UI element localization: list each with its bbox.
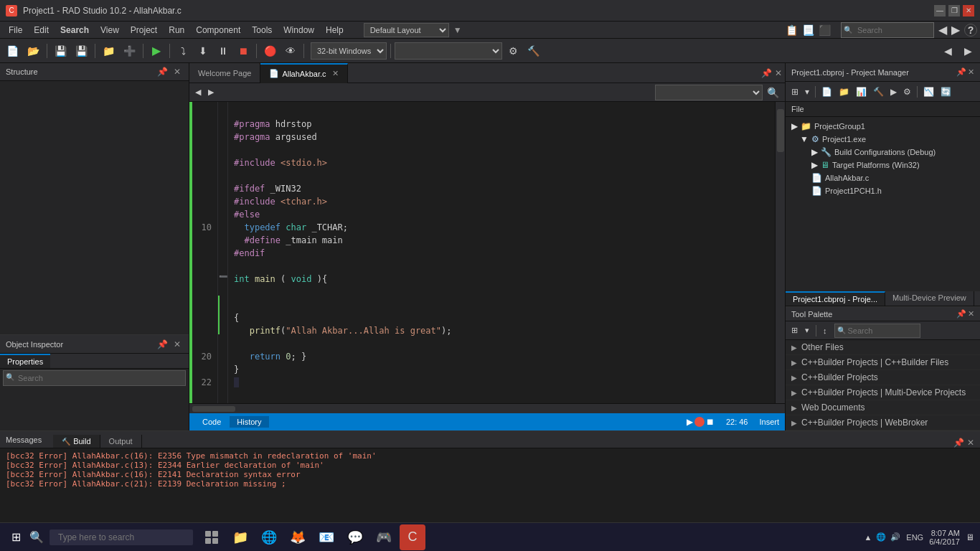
menu-tools[interactable]: Tools — [246, 24, 278, 37]
proj-tb-btn1[interactable]: ⊞ — [788, 85, 801, 98]
platform-selector[interactable]: 32-bit Windows 64-bit Windows — [311, 42, 387, 60]
menu-search[interactable]: Search — [55, 24, 95, 37]
add-file-button[interactable]: ➕ — [120, 42, 139, 60]
code-content[interactable]: #pragma hdrstop #pragma argsused #includ… — [228, 102, 775, 403]
tool-pin[interactable]: 📌 — [956, 309, 966, 319]
tree-allahakbar[interactable]: 📄 AllahAkbar.c — [788, 171, 977, 184]
editor-nav-fwd[interactable]: ▶ — [205, 86, 217, 98]
play-stop[interactable]: ⏹ — [706, 417, 715, 427]
menu-view[interactable]: View — [95, 24, 125, 37]
record-btn[interactable] — [694, 417, 705, 427]
tool-item-webbroker[interactable]: ▶ C++Builder Projects | WebBroker — [786, 415, 980, 430]
proj-tb-remove[interactable]: 📊 — [853, 85, 870, 98]
taskbar-app-chrome[interactable]: 🦊 — [285, 524, 311, 550]
obj-inspector-pin[interactable]: 📌 — [155, 339, 170, 350]
layout-selector[interactable]: Default Layout Debug Layout Classic Undo… — [364, 23, 449, 37]
taskbar-search[interactable] — [50, 529, 193, 545]
output-tab[interactable]: Output — [100, 435, 142, 448]
breakpoints-btn[interactable]: 🔴 — [260, 42, 280, 60]
proj-tb-add[interactable]: 📁 — [836, 85, 852, 98]
taskbar-app-skype[interactable]: 💬 — [342, 524, 368, 550]
editor-config-select[interactable] — [655, 85, 763, 100]
editor-hscroll[interactable] — [189, 403, 785, 413]
close-editor-btn[interactable]: ✕ — [775, 68, 782, 78]
structure-pin[interactable]: 📌 — [155, 66, 170, 77]
tool-tb-btn1[interactable]: ⊞ — [788, 324, 801, 336]
menu-component[interactable]: Component — [190, 24, 246, 37]
messages-pin[interactable]: 📌 — [953, 438, 964, 448]
proj-tb-build[interactable]: 🔨 — [870, 85, 887, 98]
structure-close[interactable]: ✕ — [171, 66, 183, 77]
menu-file[interactable]: File — [3, 24, 28, 37]
build-tab[interactable]: 🔨 Build — [53, 435, 100, 448]
history-tab[interactable]: History — [230, 416, 268, 428]
open-button[interactable]: 📂 — [24, 42, 43, 60]
minimize-button[interactable]: — — [934, 5, 946, 17]
tool-close[interactable]: ✕ — [968, 309, 974, 319]
tool-item-webdocs[interactable]: ▶ Web Documents — [786, 400, 980, 415]
nav-fwd[interactable]: ▶ — [951, 23, 960, 37]
tab-allahakbar[interactable]: 📄 AllahAkbar.c ✕ — [260, 63, 347, 83]
tray-expand[interactable]: ▲ — [864, 533, 872, 542]
pin-editor-btn[interactable]: 📌 — [761, 68, 772, 78]
tool-item-multidev[interactable]: ▶ C++Builder Projects | Multi-Device Pro… — [786, 385, 980, 400]
tray-sound[interactable]: 🔊 — [890, 532, 900, 542]
back-nav[interactable]: ◀ — [938, 42, 957, 60]
tool-tb-btn2[interactable]: ▾ — [802, 324, 812, 336]
tree-target-platforms[interactable]: ▶ 🖥 Target Platforms (Win32) — [788, 159, 977, 171]
new-button[interactable]: 📄 — [3, 42, 22, 60]
taskbar-app-game[interactable]: 🎮 — [371, 524, 397, 550]
proj-tb-refresh[interactable]: 🔄 — [938, 85, 954, 98]
stop-button[interactable]: ⏹ — [234, 42, 253, 60]
taskbar-app-explorer[interactable]: 📁 — [227, 524, 253, 550]
tree-build-config[interactable]: ▶ 🔧 Build Configurations (Debug) — [788, 146, 977, 159]
build-btn[interactable]: 🔨 — [524, 42, 543, 60]
nav-back[interactable]: ◀ — [938, 23, 947, 37]
proj-tb-new[interactable]: 📄 — [819, 85, 835, 98]
pause-button[interactable]: ⏸ — [214, 42, 232, 60]
tab-close-btn[interactable]: ✕ — [332, 69, 339, 78]
watches-btn[interactable]: 👁 — [281, 42, 300, 60]
taskbar-app-taskview[interactable] — [199, 524, 225, 550]
tool-item-cpp-builder-files[interactable]: ▶ C++Builder Projects | C++Builder Files — [786, 355, 980, 370]
step-into[interactable]: ⬇ — [194, 42, 212, 60]
menu-window[interactable]: Window — [278, 24, 320, 37]
proj-manager-close[interactable]: ✕ — [968, 67, 974, 77]
hscroll-thumb[interactable] — [192, 406, 235, 412]
editor-nav-back[interactable]: ◀ — [192, 86, 204, 98]
taskbar-app-radstudio[interactable]: C — [400, 524, 425, 550]
editor-search-btn[interactable]: 🔍 — [764, 85, 782, 100]
close-button[interactable]: ✕ — [963, 5, 974, 17]
tree-pch1[interactable]: 📄 Project1PCH1.h — [788, 184, 977, 197]
editor-vscroll[interactable] — [775, 102, 785, 403]
tray-network[interactable]: 🌐 — [876, 532, 886, 542]
tool-item-otherfiles[interactable]: ▶ Other Files — [786, 340, 980, 355]
proj-manager-pin[interactable]: 📌 — [956, 67, 966, 77]
taskbar-app-outlook[interactable]: 📧 — [314, 524, 339, 550]
run-button[interactable]: ▶ — [147, 42, 166, 60]
menu-edit[interactable]: Edit — [28, 24, 55, 37]
tree-project-group[interactable]: ▶ 📁 ProjectGroup1 — [788, 120, 977, 133]
tree-project-exe[interactable]: ▼ ⚙ Project1.exe — [788, 133, 977, 146]
menu-project[interactable]: Project — [125, 24, 163, 37]
show-desktop-btn[interactable]: 🖥 — [966, 532, 974, 542]
fwd-nav[interactable]: ▶ — [958, 42, 977, 60]
code-tab[interactable]: Code — [195, 416, 228, 428]
proj-tab-multidev[interactable]: Multi-Device Preview — [885, 291, 974, 306]
top-search-input[interactable] — [841, 22, 934, 38]
menu-help[interactable]: Help — [320, 24, 349, 37]
help-icon[interactable]: ? — [964, 24, 977, 37]
obj-inspector-close[interactable]: ✕ — [171, 339, 183, 350]
properties-tab[interactable]: Properties — [0, 354, 50, 368]
proj-tb-collapse[interactable]: 📉 — [920, 85, 937, 98]
cortana-button[interactable]: 🔍 — [27, 527, 47, 547]
tool-search-input[interactable] — [834, 324, 920, 338]
tab-welcome[interactable]: Welcome Page — [189, 63, 260, 83]
vscroll-thumb[interactable] — [777, 109, 784, 152]
fold-14[interactable]: ➖ — [218, 270, 227, 283]
proj-tb-run[interactable]: ▶ — [887, 85, 900, 98]
save-button[interactable]: 💾 — [51, 42, 70, 60]
step-over[interactable]: ⤵ — [174, 42, 192, 60]
taskbar-app-edge[interactable]: 🌐 — [256, 524, 282, 550]
messages-close[interactable]: ✕ — [967, 438, 974, 448]
